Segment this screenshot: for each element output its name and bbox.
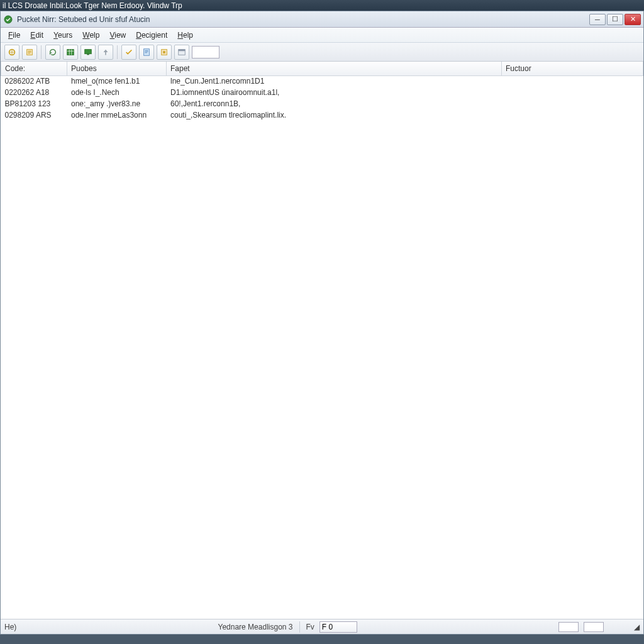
status-fv-dropdown[interactable]: F 0 bbox=[319, 621, 357, 633]
toolbar-sep-2 bbox=[117, 45, 118, 59]
cell bbox=[502, 109, 643, 121]
svg-rect-4 bbox=[85, 49, 92, 53]
cell bbox=[502, 87, 643, 98]
toolbar-sep-1 bbox=[41, 45, 42, 59]
menu-welp[interactable]: Welp bbox=[77, 29, 104, 42]
status-input-1[interactable] bbox=[558, 622, 579, 632]
menu-help[interactable]: Help bbox=[172, 29, 198, 42]
col-header-puobes[interactable]: Puobes bbox=[67, 62, 167, 75]
toolbar-btn-1[interactable] bbox=[4, 45, 19, 60]
cell: 0220262 A18 bbox=[1, 87, 67, 98]
menu-edit[interactable]: Edit bbox=[25, 29, 48, 42]
toolbar-btn-monitor[interactable] bbox=[80, 45, 96, 60]
menu-view[interactable]: View bbox=[104, 29, 131, 42]
cell: 0286202 ATB bbox=[1, 75, 67, 87]
cell: 0298209 ARS bbox=[1, 109, 67, 121]
svg-rect-10 bbox=[179, 49, 186, 51]
resize-grip-icon[interactable]: ◢ bbox=[634, 623, 640, 631]
statusbar: He) Yednare Meadlisgon 3 Fv F 0 ◢ bbox=[1, 619, 643, 634]
cell bbox=[502, 98, 643, 109]
table-row[interactable]: 0298209 ARS ode.Iner mmeLas3onn couti_,S… bbox=[1, 109, 643, 121]
cell: ode.Iner mmeLas3onn bbox=[67, 109, 167, 121]
svg-rect-5 bbox=[87, 53, 89, 55]
col-header-fuctuor[interactable]: Fuctuor bbox=[502, 62, 643, 75]
table-row[interactable]: BP81203 123 one:_amy .)ver83.ne 60!,Jent… bbox=[1, 98, 643, 109]
app-icon bbox=[3, 14, 13, 25]
toolbar-btn-sheet[interactable] bbox=[63, 45, 78, 60]
table-header-row: Code: Puobes Fapet Fuctuor bbox=[1, 62, 643, 75]
toolbar-btn-up[interactable] bbox=[98, 45, 113, 60]
close-button[interactable]: ✕ bbox=[625, 14, 641, 25]
toolbar-btn-window[interactable] bbox=[174, 45, 189, 60]
outer-titlebar: il LCS Droate Inbil:Look Tger Nem Erdooy… bbox=[0, 0, 644, 11]
minimize-button[interactable]: ─ bbox=[589, 14, 606, 25]
status-left: He) bbox=[4, 623, 16, 631]
titlebar: Pucket Nirr: Setubed ed Unir sfuf Atucin… bbox=[1, 11, 643, 28]
svg-rect-6 bbox=[144, 48, 150, 55]
menu-yeurs[interactable]: Yeurs bbox=[48, 29, 77, 42]
table-row[interactable]: 0286202 ATB hmel_o(mce fen1.b1 lne_Cun.J… bbox=[1, 75, 643, 87]
cell: ode·ls I_.Nech bbox=[67, 87, 167, 98]
cell: BP81203 123 bbox=[1, 98, 67, 109]
window-title: Pucket Nirr: Setubed ed Unir sfuf Atucin bbox=[17, 15, 589, 24]
data-table: Code: Puobes Fapet Fuctuor 0286202 ATB h… bbox=[1, 62, 643, 121]
window-controls: ─ ☐ ✕ bbox=[589, 14, 641, 25]
toolbar-btn-refresh[interactable] bbox=[45, 45, 60, 60]
status-input-2[interactable] bbox=[584, 622, 604, 632]
svg-rect-8 bbox=[163, 51, 165, 53]
toolbar-btn-doc[interactable] bbox=[139, 45, 154, 60]
outer-title-text: il LCS Droate Inbil:Look Tger Nem Erdooy… bbox=[3, 1, 182, 10]
status-fv-label: Fv bbox=[306, 623, 314, 631]
cell: D1.iomnentUS únairoomnuit.a1l, bbox=[167, 87, 502, 98]
svg-rect-3 bbox=[67, 49, 74, 55]
col-header-fapet[interactable]: Fapet bbox=[167, 62, 502, 75]
cell: lne_Cun.Jent1.nercomn1D1 bbox=[167, 75, 502, 87]
toolbar-input[interactable] bbox=[192, 46, 219, 58]
content-area: Code: Puobes Fapet Fuctuor 0286202 ATB h… bbox=[1, 62, 643, 619]
col-header-code[interactable]: Code: bbox=[1, 62, 67, 75]
cell: 60!,Jent1.rerconn1B, bbox=[167, 98, 502, 109]
menu-file[interactable]: File bbox=[3, 29, 25, 42]
cell: one:_amy .)ver83.ne bbox=[67, 98, 167, 109]
status-center: Yednare Meadlisgon 3 bbox=[218, 623, 293, 631]
toolbar-btn-check[interactable] bbox=[121, 45, 136, 60]
cell: hmel_o(mce fen1.b1 bbox=[67, 75, 167, 87]
toolbar-btn-stop[interactable] bbox=[157, 45, 172, 60]
menu-decigient[interactable]: Decigient bbox=[131, 29, 172, 42]
status-sep bbox=[299, 621, 300, 633]
toolbar-btn-2[interactable] bbox=[22, 45, 37, 60]
maximize-button[interactable]: ☐ bbox=[607, 14, 623, 25]
cell bbox=[502, 75, 643, 87]
table-row[interactable]: 0220262 A18 ode·ls I_.Nech D1.iomnentUS … bbox=[1, 87, 643, 98]
menubar: File Edit Yeurs Welp View Decigient Help bbox=[1, 28, 643, 43]
cell: couti_,Skearsum tlrecliomaplint.lix. bbox=[167, 109, 502, 121]
app-window: Pucket Nirr: Setubed ed Unir sfuf Atucin… bbox=[0, 11, 644, 635]
toolbar bbox=[1, 43, 643, 62]
